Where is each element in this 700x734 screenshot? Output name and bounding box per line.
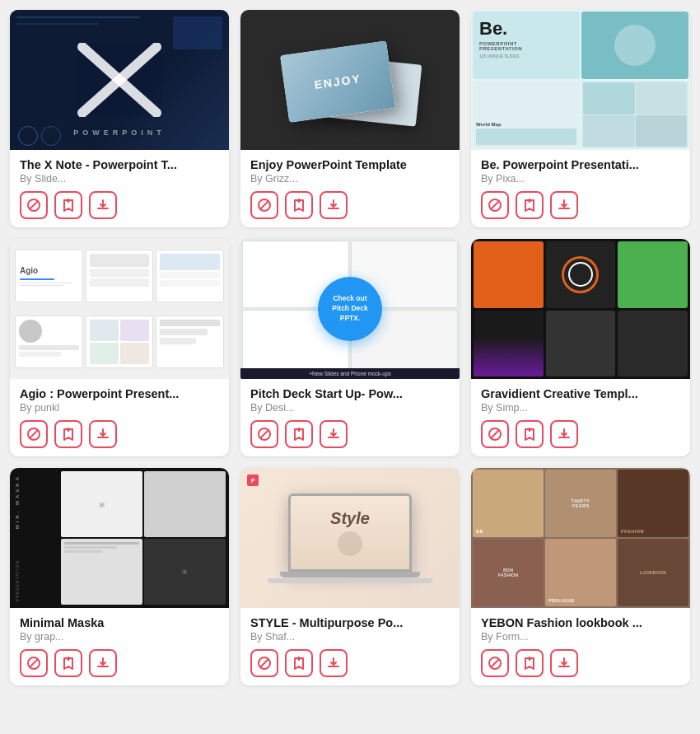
thumb-gravidient <box>471 239 690 379</box>
card-author: By Pixa... <box>481 173 680 185</box>
card-body-pitch: Pitch Deck Start Up- Pow...By Desi... <box>240 379 460 456</box>
download-button[interactable] <box>320 191 348 219</box>
card-xnote: POWERPOINT The X Note - Powerpoint T...B… <box>10 10 229 227</box>
card-yebon: BE THIRTYYEARS FASHION BONFASHION PROLOG… <box>471 468 690 685</box>
card-actions <box>20 420 219 448</box>
card-be: Be. POWERPOINT PRESENTATION 125 UNIQUE S… <box>471 10 690 227</box>
card-author: By Desi... <box>250 402 450 414</box>
svg-line-27 <box>30 659 38 667</box>
card-body-enjoy: Enjoy PowerPoint TemplateBy Grizz... <box>240 150 460 227</box>
thumb-xnote: POWERPOINT <box>10 10 229 150</box>
card-grid: POWERPOINT The X Note - Powerpoint T...B… <box>10 10 690 685</box>
thumb-agio: Agio <box>10 239 229 379</box>
bookmark-button[interactable] <box>54 420 82 448</box>
card-title: STYLE - Multipurpose Po... <box>250 616 450 629</box>
svg-line-3 <box>30 201 38 209</box>
thumb-yebon: BE THIRTYYEARS FASHION BONFASHION PROLOG… <box>471 468 690 608</box>
card-title: The X Note - Powerpoint T... <box>20 158 219 171</box>
card-title: Minimal Maska <box>20 616 219 629</box>
preview-button[interactable] <box>481 649 509 677</box>
preview-button[interactable] <box>481 420 509 448</box>
preview-button[interactable] <box>20 191 48 219</box>
card-style: P Style STYLE - Multipurpose Po...By Sha… <box>240 468 460 685</box>
card-title: Agio : Powerpoint Present... <box>20 387 219 400</box>
preview-button[interactable] <box>481 191 509 219</box>
download-button[interactable] <box>320 420 348 448</box>
preview-button[interactable] <box>250 191 278 219</box>
download-button[interactable] <box>320 649 348 677</box>
card-author: By grap... <box>20 631 219 643</box>
card-title: YEBON Fashion lookbook ... <box>481 616 680 629</box>
svg-line-35 <box>491 659 499 667</box>
card-body-style: STYLE - Multipurpose Po...By Shaf... <box>240 608 460 685</box>
card-actions <box>481 191 680 219</box>
svg-line-23 <box>491 430 499 438</box>
svg-line-7 <box>260 201 268 209</box>
card-actions <box>250 649 450 677</box>
card-maska: MIN. MASKA PRESENTATION ▣ ▣ <box>10 468 229 685</box>
download-button[interactable] <box>550 191 578 219</box>
card-body-yebon: YEBON Fashion lookbook ...By Form... <box>471 608 690 685</box>
card-actions <box>250 420 450 448</box>
card-author: By Form... <box>481 631 680 643</box>
card-author: By Shaf... <box>250 631 450 643</box>
card-author: By Simp... <box>481 402 680 414</box>
card-body-be: Be. Powerpoint Presentati...By Pixa... <box>471 150 690 227</box>
download-button[interactable] <box>89 420 117 448</box>
card-body-maska: Minimal MaskaBy grap... <box>10 608 229 685</box>
card-enjoy: ENJOY Enjoy PowerPoint TemplateBy Grizz.… <box>240 10 460 227</box>
preview-button[interactable] <box>250 420 278 448</box>
card-actions <box>481 420 680 448</box>
bookmark-button[interactable] <box>285 420 313 448</box>
card-body-agio: Agio : Powerpoint Present...By punkl <box>10 379 229 456</box>
card-author: By Grizz... <box>250 173 450 185</box>
card-actions <box>481 649 680 677</box>
svg-line-19 <box>260 430 268 438</box>
thumb-enjoy: ENJOY <box>240 10 460 150</box>
download-button[interactable] <box>550 420 578 448</box>
card-gravidient: Gravidient Creative Templ...By Simp... <box>471 239 690 456</box>
download-button[interactable] <box>89 191 117 219</box>
thumb-maska: MIN. MASKA PRESENTATION ▣ ▣ <box>10 468 229 608</box>
card-body-gravidient: Gravidient Creative Templ...By Simp... <box>471 379 690 456</box>
download-button[interactable] <box>89 649 117 677</box>
bookmark-button[interactable] <box>516 191 544 219</box>
thumb-style: P Style <box>240 468 460 608</box>
card-author: By Slide... <box>20 173 219 185</box>
thumb-pitch: Check outPitch DeckPPTX. +New Slides and… <box>240 239 460 379</box>
card-body-xnote: The X Note - Powerpoint T...By Slide... <box>10 150 229 227</box>
svg-line-15 <box>30 430 38 438</box>
svg-line-31 <box>260 659 268 667</box>
bookmark-button[interactable] <box>54 191 82 219</box>
download-button[interactable] <box>550 649 578 677</box>
bookmark-button[interactable] <box>54 649 82 677</box>
card-actions <box>20 649 219 677</box>
card-title: Enjoy PowerPoint Template <box>250 158 450 171</box>
bookmark-button[interactable] <box>285 649 313 677</box>
preview-button[interactable] <box>250 649 278 677</box>
svg-line-11 <box>491 201 499 209</box>
preview-button[interactable] <box>20 649 48 677</box>
card-actions <box>20 191 219 219</box>
card-title: Gravidient Creative Templ... <box>481 387 680 400</box>
card-title: Be. Powerpoint Presentati... <box>481 158 680 171</box>
bookmark-button[interactable] <box>516 420 544 448</box>
card-agio: Agio <box>10 239 229 456</box>
card-actions <box>250 191 450 219</box>
card-pitch: Check outPitch DeckPPTX. +New Slides and… <box>240 239 460 456</box>
bookmark-button[interactable] <box>285 191 313 219</box>
bookmark-button[interactable] <box>516 649 544 677</box>
card-title: Pitch Deck Start Up- Pow... <box>250 387 450 400</box>
preview-button[interactable] <box>20 420 48 448</box>
thumb-be: Be. POWERPOINT PRESENTATION 125 UNIQUE S… <box>471 10 690 150</box>
card-author: By punkl <box>20 402 219 414</box>
